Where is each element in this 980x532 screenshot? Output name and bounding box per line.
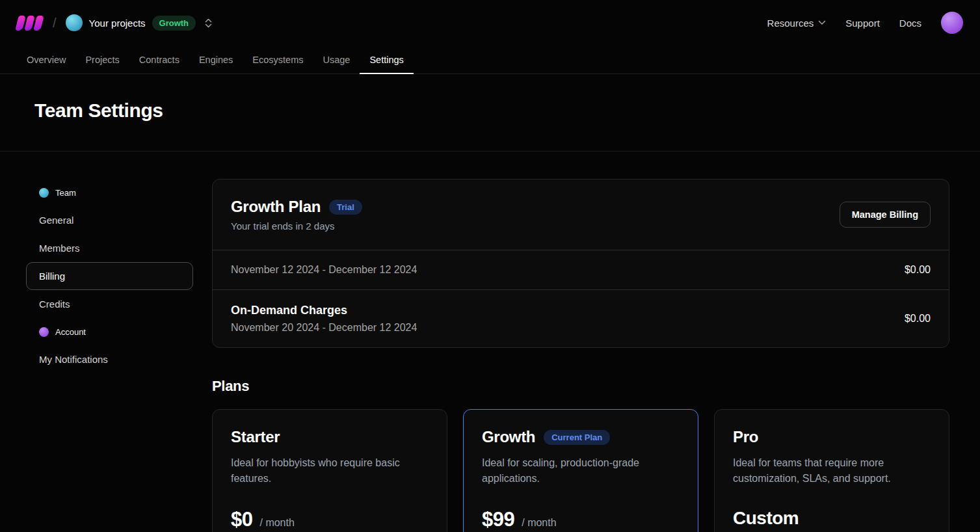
billing-summary-card: Growth Plan Trial Your trial ends in 2 d… [212, 179, 949, 348]
on-demand-amount: $0.00 [905, 313, 931, 325]
plan-name: Growth [482, 428, 535, 446]
thirdweb-logo-icon[interactable] [17, 16, 44, 31]
breadcrumb-separator: / [53, 16, 57, 31]
plan-card-starter: Starter Ideal for hobbyists who require … [212, 409, 447, 532]
plan-price-suffix: / month [522, 517, 556, 529]
tab-overview[interactable]: Overview [17, 46, 75, 73]
chevron-down-icon [818, 20, 826, 25]
support-link[interactable]: Support [845, 18, 880, 29]
sidebar-item-credits[interactable]: Credits [26, 290, 193, 318]
resources-menu[interactable]: Resources [767, 18, 827, 29]
sidebar-item-billing[interactable]: Billing [26, 262, 193, 290]
billing-period: November 12 2024 - December 12 2024 [231, 264, 417, 276]
sidebar-item-general[interactable]: General [26, 206, 193, 234]
tab-usage[interactable]: Usage [313, 46, 360, 73]
team-name: Your projects [89, 18, 146, 29]
resources-label: Resources [767, 18, 814, 29]
sidebar-item-my-notifications[interactable]: My Notifications [26, 345, 193, 373]
sidebar-group-team: Team [26, 179, 193, 206]
sidebar-group-label: Account [55, 327, 86, 337]
current-plan-title: Growth Plan [231, 198, 321, 216]
billing-card-header: Growth Plan Trial Your trial ends in 2 d… [213, 180, 949, 250]
plan-grid: Starter Ideal for hobbyists who require … [212, 409, 949, 532]
plans-heading: Plans [212, 378, 949, 395]
user-avatar[interactable] [941, 12, 963, 34]
trial-ends-note: Your trial ends in 2 days [231, 220, 362, 232]
team-avatar [66, 14, 83, 31]
page-title: Team Settings [34, 100, 946, 122]
header-nav: Resources Support Docs [767, 12, 963, 34]
plan-description: Ideal for teams that require more custom… [733, 455, 931, 486]
billing-amount: $0.00 [905, 264, 931, 276]
on-demand-period: November 20 2024 - December 12 2024 [231, 322, 417, 334]
billing-period-row: November 12 2024 - December 12 2024 $0.0… [213, 250, 949, 289]
plan-price: $0 [231, 508, 252, 531]
plan-description: Ideal for hobbyists who require basic fe… [231, 455, 429, 486]
plan-card-growth: Growth Current Plan Ideal for scaling, p… [463, 409, 698, 532]
sidebar-item-members[interactable]: Members [26, 234, 193, 262]
settings-sidebar: Team General Members Billing Credits Acc… [26, 179, 193, 532]
tab-engines[interactable]: Engines [189, 46, 243, 73]
team-tabs: Overview Projects Contracts Engines Ecos… [0, 46, 980, 74]
docs-link[interactable]: Docs [899, 18, 921, 29]
breadcrumb: / Your projects Growth [17, 14, 213, 31]
logo-bar [33, 16, 44, 31]
page-banner: Team Settings [0, 74, 980, 152]
plan-description: Ideal for scaling, production-grade appl… [482, 455, 680, 486]
team-dot-avatar [39, 188, 49, 198]
billing-main: Growth Plan Trial Your trial ends in 2 d… [212, 179, 949, 532]
sidebar-group-account: Account [26, 318, 193, 345]
plan-price: Custom [733, 508, 799, 529]
account-dot-avatar [39, 327, 49, 337]
top-header: / Your projects Growth Resources Support… [0, 0, 980, 46]
team-plan-badge: Growth [152, 16, 196, 31]
current-plan-badge: Current Plan [544, 430, 610, 445]
trial-badge: Trial [329, 200, 362, 215]
chevron-up-down-icon[interactable] [204, 18, 213, 29]
plan-card-pro: Pro Ideal for teams that require more cu… [714, 409, 949, 532]
team-switcher[interactable]: Your projects Growth [66, 14, 214, 31]
plan-price: $99 [482, 508, 514, 531]
plan-name: Starter [231, 428, 280, 446]
settings-content: Team General Members Billing Credits Acc… [0, 152, 980, 532]
tab-projects[interactable]: Projects [75, 46, 129, 73]
plan-price-suffix: / month [259, 517, 294, 529]
tab-settings[interactable]: Settings [360, 46, 413, 73]
tab-contracts[interactable]: Contracts [129, 46, 189, 73]
plan-name: Pro [733, 428, 758, 446]
tab-ecosystems[interactable]: Ecosystems [243, 46, 313, 73]
sidebar-group-label: Team [55, 188, 76, 198]
on-demand-charges-row: On-Demand Charges November 20 2024 - Dec… [213, 289, 949, 347]
manage-billing-button[interactable]: Manage Billing [840, 202, 931, 228]
on-demand-charges-title: On-Demand Charges [231, 304, 417, 317]
